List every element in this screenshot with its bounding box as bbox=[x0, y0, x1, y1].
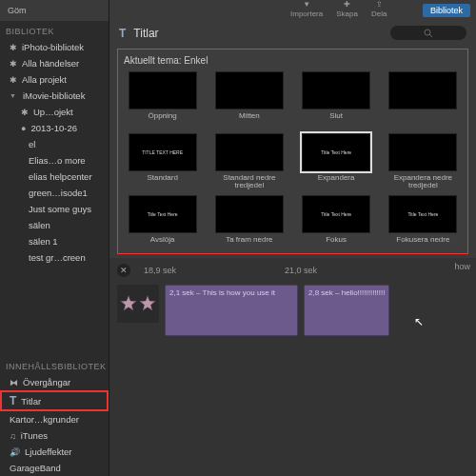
sidebar-label: el bbox=[29, 139, 35, 149]
title-tile[interactable]: Title Text HereAvslöja bbox=[124, 195, 201, 251]
title-thumb bbox=[215, 195, 284, 233]
sidebar-item-elias[interactable]: Elias…o more bbox=[0, 152, 109, 169]
sidebar-label: green…isode1 bbox=[29, 188, 88, 198]
create-button[interactable]: ✚Skapa bbox=[336, 0, 358, 18]
sidebar-item-salen1[interactable]: sälen 1 bbox=[0, 233, 109, 249]
sidebar-item-guys[interactable]: Just some guys bbox=[0, 201, 109, 217]
sidebar-label: sälen 1 bbox=[29, 236, 58, 247]
sidebar-item-el[interactable]: el bbox=[0, 136, 109, 152]
title-tile[interactable]: Standard nedre tredjedel bbox=[210, 133, 288, 189]
timeline[interactable]: how ✕ 18,9 sek 21,0 sek 2,1 sek – This i… bbox=[109, 258, 476, 476]
contentlib-titles[interactable]: TTitlar bbox=[0, 390, 109, 411]
svg-line-1 bbox=[429, 34, 432, 37]
sound-icon: 🔊 bbox=[10, 447, 20, 457]
title-tile[interactable]: Slut bbox=[298, 71, 375, 128]
title-label: Slut bbox=[329, 112, 343, 128]
title-thumb: Title Text Here bbox=[388, 195, 457, 233]
sidebar-item-iphoto[interactable]: ✱iPhoto-bibliotek bbox=[0, 39, 109, 55]
sidebar-item-upojekt[interactable]: ✱Up…ojekt bbox=[0, 104, 109, 120]
import-button[interactable]: ▼Importera bbox=[290, 0, 323, 18]
title-thumb: TITLE TEXT HERE bbox=[129, 133, 197, 171]
sidebar-label: Up…ojekt bbox=[33, 107, 73, 117]
titles-panel: Aktuellt tema: Enkel ÖppningMittenSlutTI… bbox=[117, 49, 468, 254]
sidebar-label: elias helpcenter bbox=[29, 171, 92, 182]
titles-icon: T bbox=[119, 27, 126, 40]
contentlib-maps[interactable]: Kartor…kgrunder bbox=[0, 411, 109, 427]
library-button[interactable]: Bibliotek bbox=[423, 4, 470, 17]
title-tile[interactable]: TITLE TEXT HEREStandard bbox=[124, 133, 201, 189]
sidebar-item-helpcenter[interactable]: elias helpcenter bbox=[0, 169, 109, 185]
video-clip[interactable]: 2,8 sek – hello!!!!!!!!!!!!! bbox=[304, 285, 389, 336]
title-thumb bbox=[388, 71, 457, 109]
sidebar-label: Just some guys bbox=[29, 204, 91, 214]
title-label: Standard bbox=[147, 174, 177, 189]
hide-button[interactable]: Göm bbox=[4, 6, 30, 15]
sidebar-item-projects[interactable]: ✱Alla projekt bbox=[0, 71, 109, 88]
title-label: Expandera bbox=[318, 174, 355, 189]
title-label: Fokus bbox=[326, 236, 347, 251]
sidebar-item-date[interactable]: ●2013-10-26 bbox=[0, 120, 109, 136]
transition-clip[interactable] bbox=[117, 285, 159, 323]
sidebar-item-green[interactable]: green…isode1 bbox=[0, 185, 109, 201]
title-tile[interactable] bbox=[385, 71, 462, 128]
sidebar-item-salen[interactable]: sälen bbox=[0, 217, 109, 233]
sidebar-label: iMovie-bibliotek bbox=[23, 90, 85, 101]
theme-label: Aktuellt tema: Enkel bbox=[124, 55, 462, 66]
library-section-label: BIBLIOTEK bbox=[0, 21, 109, 39]
chevron-down-icon: ▼ bbox=[10, 92, 16, 99]
contentlib-label: Övergångar bbox=[23, 377, 70, 387]
title-label: Öppning bbox=[149, 112, 177, 128]
title-tile[interactable]: Expandera nedre tredjedel bbox=[385, 133, 462, 189]
title-thumb bbox=[215, 133, 284, 171]
sidebar-label: Alla projekt bbox=[22, 74, 67, 85]
plus-icon: ✚ bbox=[344, 0, 350, 9]
contentlib-transitions[interactable]: ⧓Övergångar bbox=[0, 374, 109, 390]
sidebar-label: sälen bbox=[29, 220, 50, 230]
title-tile[interactable]: Title Text HereFokus bbox=[298, 195, 375, 251]
share-button[interactable]: ⇪Dela bbox=[371, 0, 387, 18]
sidebar-label: Alla händelser bbox=[22, 58, 79, 69]
contentlib-section-label: INNEHÅLLSBIBLIOTEK bbox=[0, 356, 109, 374]
contentlib-sfx[interactable]: 🔊Ljudeffekter bbox=[0, 444, 109, 460]
contentlib-itunes[interactable]: ♫iTunes bbox=[0, 427, 109, 444]
title-tile[interactable]: Title Text HereFokusera nedre bbox=[385, 195, 462, 251]
sidebar-label: Elias…o more bbox=[29, 155, 86, 166]
sidebar-item-events[interactable]: ✱Alla händelser bbox=[0, 55, 109, 71]
time-mark: 18,9 sek bbox=[144, 266, 176, 275]
title-thumb: Title Text Here bbox=[129, 195, 197, 233]
contentlib-garageband[interactable]: GarageBand bbox=[0, 460, 109, 476]
video-clip[interactable]: 2,1 sek – This is how you use it bbox=[165, 285, 298, 336]
title-thumb bbox=[129, 71, 197, 109]
title-tile[interactable]: Title Text HereExpandera bbox=[298, 133, 375, 189]
star-icon bbox=[120, 295, 137, 312]
title-label: Standard nedre tredjedel bbox=[210, 174, 288, 189]
sidebar-item-test[interactable]: test gr…creen bbox=[0, 249, 109, 266]
time-mark: 21,0 sek bbox=[285, 266, 317, 275]
search-icon bbox=[424, 29, 433, 38]
title-thumb: Title Text Here bbox=[302, 133, 370, 171]
search-input[interactable] bbox=[390, 26, 466, 40]
contentlib-label: Titlar bbox=[21, 396, 41, 407]
title-tile[interactable]: Ta fram nedre bbox=[210, 195, 288, 251]
title-label: Fokusera nedre bbox=[396, 236, 449, 251]
title-tile[interactable]: Mitten bbox=[210, 71, 288, 128]
title-label: Avslöja bbox=[150, 236, 175, 251]
sidebar-label: iPhoto-bibliotek bbox=[22, 42, 84, 52]
down-arrow-icon: ▼ bbox=[303, 0, 310, 9]
star-icon bbox=[139, 295, 156, 312]
titles-icon: T bbox=[10, 394, 16, 407]
title-tile[interactable]: Öppning bbox=[124, 71, 201, 128]
title-thumb bbox=[215, 71, 284, 109]
title-thumb: Title Text Here bbox=[302, 195, 370, 233]
share-icon: ⇪ bbox=[376, 0, 383, 9]
contentlib-label: iTunes bbox=[21, 430, 48, 441]
dot-icon: ● bbox=[21, 124, 26, 133]
titles-header: Titlar bbox=[133, 27, 383, 40]
contentlib-label: Kartor…kgrunder bbox=[10, 414, 79, 425]
close-match-button[interactable]: ✕ bbox=[117, 264, 130, 277]
star-icon: ✱ bbox=[21, 108, 29, 117]
sidebar-item-imovie[interactable]: ▼iMovie-bibliotek bbox=[0, 88, 109, 104]
star-icon: ✱ bbox=[10, 59, 17, 69]
transitions-icon: ⧓ bbox=[10, 378, 18, 387]
star-icon: ✱ bbox=[10, 43, 17, 52]
